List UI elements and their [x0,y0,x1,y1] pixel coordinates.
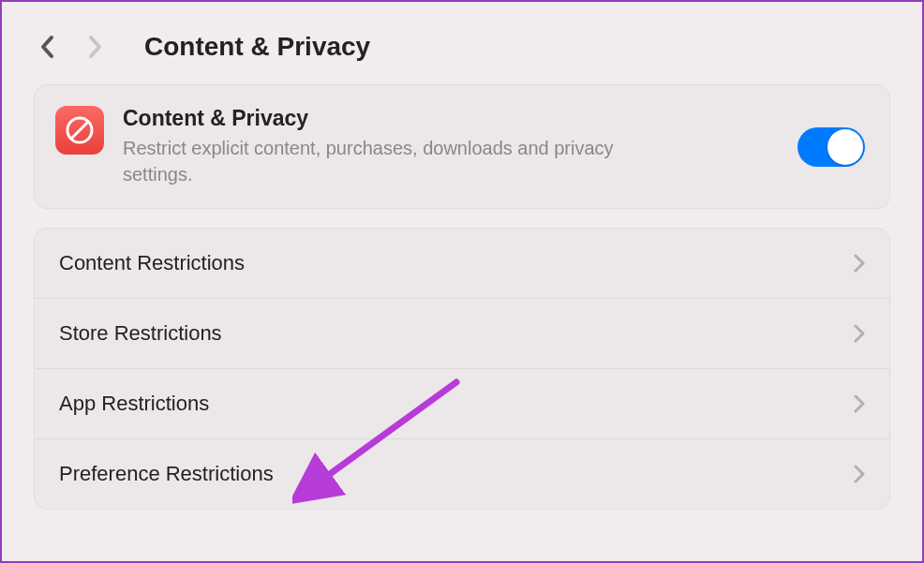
forward-button[interactable] [88,35,103,59]
chevron-right-icon [88,35,103,59]
list-item-label: App Restrictions [59,392,209,416]
preference-restrictions-row[interactable]: Preference Restrictions [35,439,889,509]
content-privacy-description: Restrict explicit content, purchases, do… [123,135,629,187]
restrictions-list: Content Restrictions Store Restrictions … [34,228,890,510]
no-symbol-icon [55,106,104,155]
app-restrictions-row[interactable]: App Restrictions [35,369,889,439]
content-restrictions-row[interactable]: Content Restrictions [35,229,889,299]
chevron-right-icon [854,394,865,413]
chevron-right-icon [854,254,865,273]
chevron-right-icon [854,324,865,343]
content-privacy-toggle[interactable] [797,127,865,167]
header-bar: Content & Privacy [2,2,922,84]
list-item-label: Store Restrictions [59,321,222,346]
list-item-label: Content Restrictions [59,251,245,275]
page-title: Content & Privacy [144,32,370,62]
chevron-right-icon [854,465,865,483]
content-privacy-title: Content & Privacy [123,106,779,131]
toggle-knob [827,129,863,165]
nav-arrows [39,35,103,59]
list-item-label: Preference Restrictions [59,462,274,486]
content-privacy-card: Content & Privacy Restrict explicit cont… [34,84,890,209]
svg-line-1 [71,122,88,139]
store-restrictions-row[interactable]: Store Restrictions [35,299,889,369]
back-button[interactable] [39,35,54,59]
chevron-left-icon [39,35,54,59]
content-privacy-text: Content & Privacy Restrict explicit cont… [123,106,779,187]
